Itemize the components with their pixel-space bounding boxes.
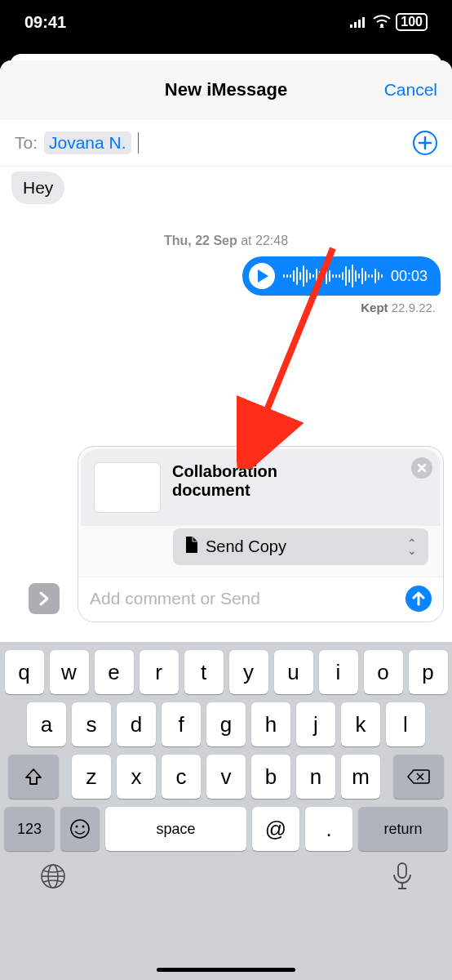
key-emoji[interactable] xyxy=(60,807,100,851)
text-caret xyxy=(138,132,139,154)
battery-icon: 100 xyxy=(396,13,428,31)
message-input[interactable]: Add comment or Send xyxy=(90,589,397,608)
keyboard-row-4: 123 space @ . return xyxy=(0,799,452,851)
send-button[interactable] xyxy=(405,586,432,612)
svg-rect-3 xyxy=(362,17,365,28)
svg-rect-2 xyxy=(358,20,361,28)
key-x[interactable]: x xyxy=(117,755,156,799)
audio-waveform xyxy=(283,264,383,288)
microphone-icon[interactable] xyxy=(392,862,413,898)
key-s[interactable]: s xyxy=(72,702,111,746)
key-a[interactable]: a xyxy=(27,702,66,746)
key-j[interactable]: j xyxy=(296,702,335,746)
globe-icon[interactable] xyxy=(39,862,67,897)
key-p[interactable]: p xyxy=(409,650,448,694)
key-b[interactable]: b xyxy=(251,755,290,799)
key-space[interactable]: space xyxy=(105,807,246,851)
key-y[interactable]: y xyxy=(229,650,268,694)
svg-rect-12 xyxy=(398,863,406,878)
outgoing-audio-message[interactable]: 00:03 xyxy=(242,256,441,296)
svg-rect-0 xyxy=(350,24,352,28)
incoming-message-bubble[interactable]: Hey xyxy=(11,172,64,204)
compose-modal: New iMessage Cancel To: Jovana N. Hey Th… xyxy=(0,60,452,980)
send-copy-label: Send Copy xyxy=(206,537,286,556)
key-shift[interactable] xyxy=(8,755,59,799)
key-d[interactable]: d xyxy=(117,702,156,746)
key-o[interactable]: o xyxy=(364,650,403,694)
keyboard: q w e r t y u i o p a s d f g h j k l xyxy=(0,642,452,980)
modal-title: New iMessage xyxy=(165,79,287,100)
key-123[interactable]: 123 xyxy=(4,807,55,851)
recipient-chip[interactable]: Jovana N. xyxy=(44,131,131,154)
audio-duration: 00:03 xyxy=(391,268,428,285)
cellular-icon xyxy=(350,13,368,32)
svg-point-8 xyxy=(82,826,85,828)
add-recipient-button[interactable] xyxy=(413,131,437,155)
cancel-button[interactable]: Cancel xyxy=(384,80,437,100)
keyboard-row-1: q w e r t y u i o p xyxy=(0,642,452,694)
key-e[interactable]: e xyxy=(95,650,134,694)
key-l[interactable]: l xyxy=(386,702,425,746)
status-right: 100 xyxy=(350,13,428,32)
key-z[interactable]: z xyxy=(72,755,111,799)
key-h[interactable]: h xyxy=(251,702,290,746)
key-u[interactable]: u xyxy=(274,650,313,694)
to-label: To: xyxy=(15,133,38,153)
document-icon xyxy=(184,537,197,557)
key-m[interactable]: m xyxy=(341,755,380,799)
home-indicator[interactable] xyxy=(157,968,295,972)
key-n[interactable]: n xyxy=(296,755,335,799)
modal-header: New iMessage Cancel xyxy=(0,60,452,119)
key-r[interactable]: r xyxy=(140,650,179,694)
key-t[interactable]: t xyxy=(184,650,224,694)
attachment-card: Collaborationdocument Send Copy ⌃⌄ Add c… xyxy=(78,446,444,622)
wifi-icon xyxy=(373,13,391,32)
key-backspace[interactable] xyxy=(393,755,444,799)
svg-point-4 xyxy=(380,24,383,27)
message-input-row[interactable]: Add comment or Send xyxy=(78,577,443,621)
svg-point-6 xyxy=(71,820,89,838)
keyboard-bottom-row xyxy=(0,851,452,924)
key-dot[interactable]: . xyxy=(305,807,352,851)
key-c[interactable]: c xyxy=(162,755,201,799)
key-g[interactable]: g xyxy=(206,702,246,746)
key-v[interactable]: v xyxy=(206,755,246,799)
kept-status: Kept 22.9.22. xyxy=(0,296,452,314)
send-copy-dropdown[interactable]: Send Copy ⌃⌄ xyxy=(173,528,428,565)
keyboard-row-2: a s d f g h j k l xyxy=(0,694,452,746)
key-w[interactable]: w xyxy=(50,650,89,694)
status-bar: 09:41 100 xyxy=(0,0,452,44)
chevron-up-down-icon: ⌃⌄ xyxy=(407,540,417,554)
key-f[interactable]: f xyxy=(162,702,201,746)
key-return[interactable]: return xyxy=(358,807,448,851)
key-k[interactable]: k xyxy=(341,702,380,746)
document-thumbnail[interactable] xyxy=(94,462,161,513)
svg-point-7 xyxy=(76,826,78,828)
to-field-row[interactable]: To: Jovana N. xyxy=(0,119,452,167)
keyboard-row-3: z x c v b n m xyxy=(0,746,452,799)
play-button[interactable] xyxy=(249,263,275,289)
attachment-title: Collaborationdocument xyxy=(172,462,428,500)
remove-attachment-button[interactable] xyxy=(411,457,432,479)
key-at[interactable]: @ xyxy=(252,807,299,851)
svg-rect-1 xyxy=(354,22,357,28)
expand-input-button[interactable] xyxy=(29,583,60,614)
status-time: 09:41 xyxy=(24,13,66,32)
key-i[interactable]: i xyxy=(319,650,358,694)
conversation-timestamp: Thu, 22 Sep at 22:48 xyxy=(0,234,452,248)
key-q[interactable]: q xyxy=(5,650,44,694)
play-icon xyxy=(258,270,268,283)
